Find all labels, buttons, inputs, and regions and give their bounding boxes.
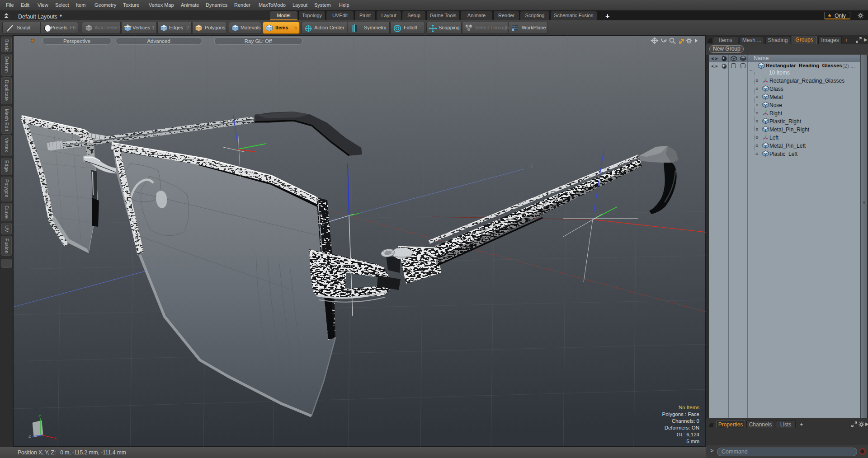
svg-text:Z: Z: [28, 434, 31, 439]
svg-text:Deformers: ON: Deformers: ON: [665, 425, 699, 430]
svg-text:5 mm: 5 mm: [686, 439, 699, 444]
svg-text:X: X: [54, 436, 57, 440]
svg-text:Perspective: Perspective: [63, 38, 90, 44]
svg-text:Y: Y: [38, 414, 41, 418]
svg-text:Advanced: Advanced: [147, 38, 170, 44]
svg-text:-Z: -Z: [529, 164, 533, 169]
svg-text:No Items: No Items: [679, 405, 699, 410]
svg-text:Channels: 0: Channels: 0: [672, 418, 699, 424]
svg-text:GL: 6,124: GL: 6,124: [676, 432, 699, 437]
svg-text:Polygons : Face: Polygons : Face: [662, 411, 699, 417]
svg-text:Ray GL: Off: Ray GL: Off: [245, 38, 272, 44]
